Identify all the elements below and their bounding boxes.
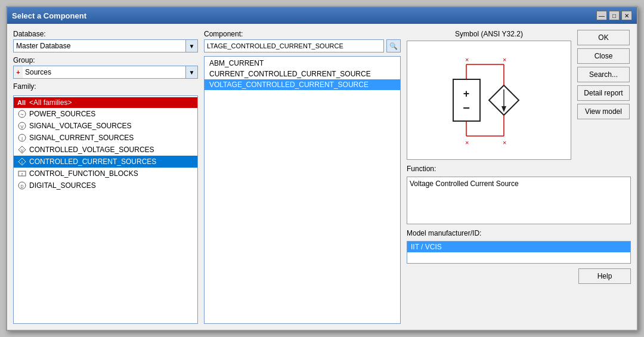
- sig-volt-icon: V: [17, 121, 27, 131]
- title-bar: Select a Component — □ ✕: [7, 7, 637, 24]
- family-item-ctrl-volt[interactable]: V CONTROLLED_VOLTAGE_SOURCES: [14, 144, 197, 156]
- model-list: IIT / VCIS: [407, 241, 631, 264]
- database-dropdown-arrow[interactable]: ▼: [186, 39, 198, 52]
- component-input[interactable]: [204, 39, 384, 52]
- left-panel: Database: Master DatabaseUser Database ▼…: [13, 30, 198, 324]
- family-item-ctrl-volt-label: CONTROLLED_VOLTAGE_SOURCES: [29, 146, 154, 154]
- component-search-button[interactable]: 🔍: [386, 39, 401, 52]
- digital-icon: D: [17, 181, 27, 190]
- group-dropdown-arrow[interactable]: ▼: [186, 66, 198, 79]
- component-label: Component:: [204, 30, 401, 38]
- svg-text:f: f: [21, 172, 23, 177]
- function-box: Voltage Controlled Current Source: [407, 177, 631, 224]
- svg-text:×: ×: [465, 139, 469, 146]
- ctrl-volt-icon: V: [17, 145, 27, 154]
- detail-report-button[interactable]: Detail report: [577, 85, 630, 101]
- function-value: Voltage Controlled Current Source: [410, 180, 519, 188]
- svg-text:−: −: [463, 101, 470, 115]
- family-item-ctrl-func-label: CONTROL_FUNCTION_BLOCKS: [29, 169, 138, 178]
- family-item-digital[interactable]: D DIGITAL_SOURCES: [14, 180, 197, 191]
- middle-panel: Component: 🔍 ABM_CURRENT CURRENT_CONTROL…: [204, 30, 401, 324]
- help-button[interactable]: Help: [578, 268, 631, 284]
- family-label: Family:: [13, 82, 198, 91]
- group-label: Group:: [13, 56, 198, 64]
- function-section: Function: Voltage Controlled Current Sou…: [407, 165, 631, 224]
- ok-button[interactable]: OK: [577, 30, 630, 45]
- family-item-ctrl-curr[interactable]: I CONTROLLED_CURRENT_SOURCES: [14, 156, 197, 168]
- model-section: Model manufacturer/ID: IIT / VCIS: [407, 229, 631, 264]
- select-component-dialog: Select a Component — □ ✕ Database: Maste…: [6, 6, 638, 331]
- comp-item-abm[interactable]: ABM_CURRENT: [205, 58, 400, 69]
- family-item-sig-volt[interactable]: V SIGNAL_VOLTAGE_SOURCES: [14, 120, 197, 132]
- svg-text:×: ×: [503, 56, 506, 63]
- dialog-content: Database: Master DatabaseUser Database ▼…: [7, 24, 637, 330]
- family-item-sig-curr-label: SIGNAL_CURRENT_SOURCES: [29, 134, 134, 142]
- symbol-section: Symbol (ANSI Y32.2) + −: [407, 30, 631, 160]
- comp-item-curr-ctrl[interactable]: CURRENT_CONTROLLED_CURRENT_SOURCE: [205, 69, 400, 79]
- sig-curr-icon: I: [17, 133, 27, 143]
- svg-text:+: +: [463, 88, 470, 100]
- ctrl-curr-icon: I: [17, 157, 27, 166]
- close-button[interactable]: ✕: [621, 11, 632, 20]
- svg-text:V: V: [20, 124, 24, 129]
- database-section: Database: Master DatabaseUser Database ▼: [13, 30, 198, 52]
- search-button[interactable]: Search...: [577, 67, 630, 82]
- family-item-sig-curr[interactable]: I SIGNAL_CURRENT_SOURCES: [14, 132, 197, 144]
- symbol-svg: + −: [435, 47, 543, 154]
- symbol-label: Symbol (ANSI Y32.2): [407, 30, 571, 38]
- svg-text:×: ×: [503, 139, 506, 146]
- model-item-iit[interactable]: IIT / VCIS: [407, 242, 630, 252]
- family-item-ctrl-curr-label: CONTROLLED_CURRENT_SOURCES: [29, 157, 156, 166]
- buttons-panel: OK Close Search... Detail report View mo…: [577, 30, 631, 160]
- component-list: ABM_CURRENT CURRENT_CONTROLLED_CURRENT_S…: [204, 56, 401, 324]
- model-label: Model manufacturer/ID:: [407, 229, 631, 237]
- minimize-button[interactable]: —: [596, 11, 607, 20]
- group-section: Group: + SourcesBasicDiodesTransistors ▼: [13, 56, 198, 79]
- group-row: + SourcesBasicDiodesTransistors ▼: [13, 66, 198, 79]
- database-row: Master DatabaseUser Database ▼: [13, 39, 198, 52]
- svg-text:I: I: [21, 160, 23, 165]
- all-indicator: All: [17, 99, 26, 106]
- symbol-box: + −: [407, 41, 571, 160]
- title-bar-buttons: — □ ✕: [596, 11, 632, 20]
- group-plus-icon: +: [13, 66, 23, 79]
- function-label: Function:: [407, 165, 631, 173]
- family-item-power[interactable]: ~ POWER_SOURCES: [14, 108, 197, 120]
- family-item-power-label: POWER_SOURCES: [29, 110, 95, 118]
- help-btn-row: Help: [407, 268, 631, 284]
- family-item-digital-label: DIGITAL_SOURCES: [29, 181, 96, 190]
- comp-item-volt-ctrl[interactable]: VOLTAGE_CONTROLLED_CURRENT_SOURCE: [205, 79, 400, 90]
- close-button-right[interactable]: Close: [577, 48, 630, 64]
- database-dropdown[interactable]: Master DatabaseUser Database: [13, 39, 186, 52]
- family-item-sig-volt-label: SIGNAL_VOLTAGE_SOURCES: [29, 122, 132, 130]
- group-dropdown[interactable]: SourcesBasicDiodesTransistors: [23, 66, 186, 79]
- family-list: All <All families> ~ POWER_SOURCES: [13, 95, 198, 324]
- database-label: Database:: [13, 30, 198, 38]
- family-item-all[interactable]: All <All families>: [14, 97, 197, 108]
- svg-text:V: V: [21, 149, 24, 153]
- right-panel: Symbol (ANSI Y32.2) + −: [407, 30, 631, 324]
- ctrl-func-icon: f: [17, 169, 27, 178]
- power-icon: ~: [17, 109, 27, 119]
- svg-text:×: ×: [465, 56, 469, 63]
- component-header: 🔍: [204, 39, 401, 52]
- svg-text:~: ~: [20, 112, 23, 118]
- svg-text:D: D: [20, 184, 23, 188]
- svg-text:I: I: [21, 136, 23, 141]
- view-model-button[interactable]: View model: [577, 104, 630, 119]
- svg-rect-14: [453, 79, 480, 121]
- family-item-ctrl-func[interactable]: f CONTROL_FUNCTION_BLOCKS: [14, 168, 197, 180]
- dialog-title: Select a Component: [12, 11, 86, 20]
- symbol-area: Symbol (ANSI Y32.2) + −: [407, 30, 571, 160]
- family-item-all-label: <All families>: [29, 98, 72, 107]
- maximize-button[interactable]: □: [609, 11, 620, 20]
- component-section: Component: 🔍: [204, 30, 401, 52]
